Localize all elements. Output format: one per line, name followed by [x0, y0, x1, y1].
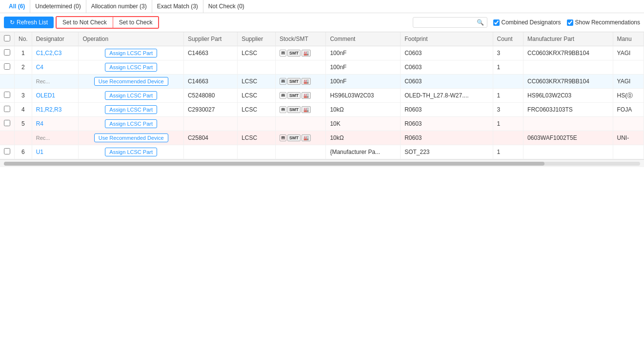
row-operation[interactable]: Use Recommended Device	[79, 75, 184, 89]
row-checkbox-cell	[0, 46, 15, 60]
row-no: 2	[15, 60, 32, 75]
row-checkbox[interactable]	[4, 148, 10, 154]
row-stock: 𝌎SMT🏭	[276, 89, 326, 103]
row-manu	[613, 117, 644, 131]
tab-all[interactable]: All (6)	[4, 0, 30, 13]
table-row: Rec...Use Recommended DeviceC14663LCSC𝌎S…	[0, 75, 644, 89]
select-all-checkbox[interactable]	[4, 35, 10, 41]
use-recommended-button[interactable]: Use Recommended Device	[94, 77, 168, 86]
refresh-button[interactable]: ↻ Refresh List	[4, 17, 54, 28]
col-header-comment: Comment	[326, 32, 401, 46]
tab-exactmatch[interactable]: Exact Match (3)	[152, 0, 203, 13]
assign-lcsc-button[interactable]: Assign LCSC Part	[105, 91, 157, 100]
row-manu: YAGI	[613, 75, 644, 89]
row-operation[interactable]: Assign LCSC Part	[79, 46, 184, 60]
row-designator[interactable]: R1,R2,R3	[32, 103, 79, 117]
col-header-manufacturer-part: Manufacturer Part	[523, 32, 613, 46]
scrollbar-thumb	[4, 162, 544, 166]
tab-notcheck[interactable]: Not Check (0)	[203, 0, 249, 13]
row-supplier-part	[183, 60, 237, 75]
set-check-button[interactable]: Set to Check	[113, 17, 159, 28]
stock-tht-icon: 🏭	[302, 106, 311, 113]
row-checkbox[interactable]	[4, 49, 10, 56]
row-footprint: C0603	[401, 75, 493, 89]
stock-smt-icon: SMT	[287, 92, 301, 99]
assign-lcsc-button[interactable]: Assign LCSC Part	[105, 119, 157, 128]
row-manufacturer-part	[523, 60, 613, 75]
row-comment: HS96L03W2C03	[326, 89, 401, 103]
stock-lc-icon: 𝌎	[280, 78, 286, 85]
row-operation[interactable]: Assign LCSC Part	[79, 117, 184, 131]
designator-link[interactable]: U1	[36, 149, 43, 155]
combined-designators-checkbox-label[interactable]: Combined Designators	[493, 19, 561, 26]
stock-lc-icon: 𝌎	[280, 106, 286, 113]
row-count: 1	[493, 117, 523, 131]
row-operation[interactable]: Assign LCSC Part	[79, 89, 184, 103]
row-manufacturer-part: CC0603KRX7R9BB104	[523, 75, 613, 89]
tab-undetermined[interactable]: Undetermined (0)	[30, 0, 86, 13]
row-manu: YAGI	[613, 46, 644, 60]
row-manu: UNI-	[613, 131, 644, 145]
row-designator[interactable]: R4	[32, 117, 79, 131]
row-checkbox-cell	[0, 145, 15, 159]
set-not-check-button[interactable]: Set to Not Check	[57, 17, 113, 28]
designator-link[interactable]: OLED1	[36, 92, 55, 99]
stock-tht-icon: 🏭	[302, 92, 311, 99]
col-header-operation: Operation	[79, 32, 184, 46]
horizontal-scrollbar[interactable]	[4, 162, 640, 166]
bottom-bar	[0, 159, 644, 167]
row-supplier-part	[183, 145, 237, 159]
designator-link[interactable]: C4	[36, 64, 43, 71]
row-supplier-part: C14663	[183, 75, 237, 89]
row-operation[interactable]: Assign LCSC Part	[79, 103, 184, 117]
row-designator[interactable]: OLED1	[32, 89, 79, 103]
row-footprint: R0603	[401, 131, 493, 145]
col-header-supplier-part: Supplier Part	[183, 32, 237, 46]
row-operation[interactable]: Use Recommended Device	[79, 131, 184, 145]
assign-lcsc-button[interactable]: Assign LCSC Part	[105, 105, 157, 114]
row-comment: 100nF	[326, 75, 401, 89]
show-recommendations-checkbox-label[interactable]: Show Recommendations	[567, 19, 640, 26]
row-footprint: OLED-TH_L27.8-W27....	[401, 89, 493, 103]
row-designator[interactable]: U1	[32, 145, 79, 159]
row-checkbox[interactable]	[4, 120, 10, 126]
designator-link[interactable]: C1,C2,C3	[36, 50, 62, 57]
col-header-designator: Designator	[32, 32, 79, 46]
row-checkbox-cell	[0, 103, 15, 117]
row-checkbox[interactable]	[4, 63, 10, 70]
row-manu	[613, 145, 644, 159]
row-checkbox[interactable]	[4, 92, 10, 98]
row-checkbox[interactable]	[4, 106, 10, 112]
row-designator[interactable]: C1,C2,C3	[32, 46, 79, 60]
row-supplier	[238, 60, 276, 75]
designator-link[interactable]: R1,R2,R3	[36, 106, 62, 113]
assign-lcsc-button[interactable]: Assign LCSC Part	[105, 148, 157, 156]
row-manufacturer-part	[523, 117, 613, 131]
row-operation[interactable]: Assign LCSC Part	[79, 60, 184, 75]
assign-lcsc-button[interactable]: Assign LCSC Part	[105, 63, 157, 72]
row-designator[interactable]: C4	[32, 60, 79, 75]
row-manu: HS(⓪	[613, 89, 644, 103]
tab-allocation[interactable]: Allocation number (3)	[86, 0, 152, 13]
row-comment: 100nF	[326, 46, 401, 60]
designator-link[interactable]: R4	[36, 120, 43, 127]
row-manufacturer-part: HS96L03W2C03	[523, 89, 613, 103]
stock-smt-icon: SMT	[287, 50, 301, 57]
row-supplier-part: C25804	[183, 131, 237, 145]
search-box[interactable]: 🔍	[413, 17, 487, 28]
col-header-footprint: Footprint	[401, 32, 493, 46]
row-footprint: SOT_223	[401, 145, 493, 159]
use-recommended-button[interactable]: Use Recommended Device	[94, 133, 168, 142]
row-stock	[276, 117, 326, 131]
row-no: 3	[15, 89, 32, 103]
search-input[interactable]	[416, 19, 475, 26]
stock-tht-icon: 🏭	[302, 50, 311, 57]
table-row: 2C4Assign LCSC Part100nFC06031	[0, 60, 644, 75]
combined-designators-checkbox[interactable]	[493, 19, 500, 26]
row-operation[interactable]: Assign LCSC Part	[79, 145, 184, 159]
stock-smt-icon: SMT	[287, 78, 301, 85]
row-supplier-part: C5248080	[183, 89, 237, 103]
show-recommendations-checkbox[interactable]	[567, 19, 573, 26]
assign-lcsc-button[interactable]: Assign LCSC Part	[105, 49, 157, 57]
stock-smt-icon: SMT	[287, 106, 301, 113]
